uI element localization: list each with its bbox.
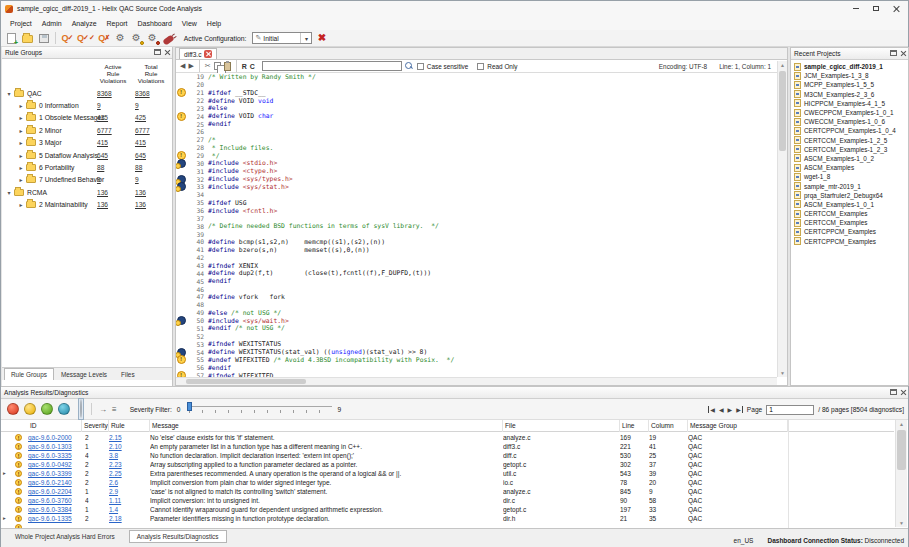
severity-yellow-button[interactable]: [24, 403, 36, 415]
recent-project-item[interactable]: ASCM_Examples-1_0_2: [791, 154, 908, 163]
float-panel-icon[interactable]: [154, 49, 161, 55]
column-header-column[interactable]: Column: [649, 420, 688, 432]
tree-row[interactable]: ▸2 Minor67776777: [2, 124, 172, 136]
active-violations-link[interactable]: 136: [97, 189, 108, 196]
maximize-button[interactable]: [866, 1, 886, 16]
forward-icon[interactable]: ▶: [188, 61, 193, 71]
save-project-button[interactable]: [37, 31, 50, 45]
menu-item-project[interactable]: Project: [5, 19, 37, 28]
rule-link[interactable]: 3.8: [109, 451, 139, 460]
tree-row[interactable]: ▾RCMA136136: [2, 186, 172, 198]
rule-link[interactable]: 2.6: [109, 478, 139, 487]
column-header-line[interactable]: Line: [620, 420, 649, 432]
chevron-right-icon[interactable]: ▸: [17, 176, 25, 183]
goto-diagnostic-icon[interactable]: →: [99, 405, 107, 414]
recent-project-item[interactable]: CERTCCM_Examples: [791, 218, 908, 227]
rule-link[interactable]: 1.11: [109, 496, 139, 505]
chevron-right-icon[interactable]: ▸: [17, 114, 25, 121]
severity-green-button[interactable]: [41, 403, 53, 415]
diagnostic-id-link[interactable]: qac-9.6.0-3399: [28, 469, 84, 478]
active-violations-link[interactable]: 88: [97, 164, 104, 171]
active-violations-link[interactable]: 136: [97, 201, 108, 208]
tree-row[interactable]: ▸1 Obsolete Messages425425: [2, 112, 172, 124]
total-violations-link[interactable]: 6777: [135, 127, 150, 134]
recent-project-item[interactable]: CERTCPPCM_Examples-1_0_4: [791, 126, 908, 135]
result-row[interactable]: qac-9.6.0-214022.6Implicit conversion fr…: [1, 478, 894, 487]
expand-icon[interactable]: ▸: [3, 469, 6, 478]
close-panel-icon[interactable]: [900, 50, 906, 56]
scroll-down-icon[interactable]: ▼: [778, 369, 787, 377]
read-only-checkbox[interactable]: [477, 63, 484, 70]
diagnostic-id-link[interactable]: qac-9.6.0-2000: [28, 433, 84, 442]
recent-project-item[interactable]: JCM_Examples-1_3_8: [791, 71, 908, 80]
refresh-icon[interactable]: C: [250, 63, 255, 70]
result-row[interactable]: qac-9.6.0-220412.9'case' is not aligned …: [1, 487, 894, 496]
analyze-file-button[interactable]: Q✓: [61, 31, 74, 45]
search-input[interactable]: [262, 61, 402, 71]
recent-project-item[interactable]: CERTCCM_Examples-1_2_5: [791, 136, 908, 145]
column-header-message[interactable]: Message: [150, 420, 503, 432]
sort-menu-icon[interactable]: ≡: [112, 405, 117, 414]
cut-icon[interactable]: ✂: [205, 61, 211, 71]
diagnostic-id-link[interactable]: qac-9.6.0-1303: [28, 442, 84, 451]
project-settings-button[interactable]: ⚙: [130, 31, 143, 45]
result-row[interactable]: qac-9.6.0-049222.23Array subscripting ap…: [1, 460, 894, 469]
active-violations-link[interactable]: 9: [97, 102, 101, 109]
slider-handle[interactable]: [187, 402, 192, 411]
recent-project-item[interactable]: CERTCCM_Examples: [791, 209, 908, 218]
chevron-right-icon[interactable]: ▸: [17, 102, 25, 109]
diagnostic-id-link[interactable]: qac-9.6.0-3335: [28, 451, 84, 460]
chevron-down-icon[interactable]: ▾: [5, 189, 13, 196]
recent-project-item[interactable]: HICPPCM_Examples-4_1_5: [791, 99, 908, 108]
rule-link[interactable]: 1.4: [109, 505, 139, 514]
diagnostic-id-link[interactable]: qac-9.6.0-2204: [28, 487, 84, 496]
new-project-button[interactable]: [5, 31, 18, 45]
scroll-down-icon[interactable]: ▼: [896, 519, 907, 527]
menu-item-view[interactable]: View: [177, 19, 202, 28]
results-vertical-scrollbar[interactable]: ▲ ▼: [895, 420, 907, 527]
column-header-rule[interactable]: Rule: [109, 420, 150, 432]
last-page-icon[interactable]: ▶: [736, 406, 743, 413]
scrollbar-thumb[interactable]: [897, 430, 906, 470]
column-header-severity[interactable]: Severity: [82, 420, 109, 432]
scrollbar-thumb[interactable]: [779, 71, 786, 151]
tree-row[interactable]: ▸7 Undefined Behavior99: [2, 174, 172, 186]
chevron-right-icon[interactable]: ▸: [17, 139, 25, 146]
chevron-right-icon[interactable]: ▸: [17, 152, 25, 159]
result-row[interactable]: ▸qac-9.6.0-339922.25Extra parentheses re…: [1, 469, 894, 478]
recent-project-item[interactable]: CERTCCM_Examples-1_2_3: [791, 145, 908, 154]
tree-row[interactable]: ▸6 Portability8888: [2, 161, 172, 173]
tab-rule-groups[interactable]: Rule Groups: [4, 368, 54, 380]
scroll-up-icon[interactable]: ▲: [896, 420, 907, 428]
recent-project-item[interactable]: sample_cgicc_diff-2019_1: [791, 62, 908, 71]
minimize-button[interactable]: [846, 1, 866, 16]
active-violations-link[interactable]: 645: [97, 152, 108, 159]
menu-item-dashboard[interactable]: Dashboard: [133, 19, 177, 28]
case-sensitive-checkbox[interactable]: [417, 63, 424, 70]
code-area[interactable]: 19/* Written by Randy Smith */2021#ifdef…: [176, 73, 777, 377]
diagnostic-id-link[interactable]: qac-9.6.0-2140: [28, 478, 84, 487]
float-panel-icon[interactable]: [890, 389, 897, 395]
diagnostic-id-link[interactable]: qac-9.6.0-3760: [28, 496, 84, 505]
active-violations-link[interactable]: 8368: [97, 90, 112, 97]
scroll-up-icon[interactable]: ▲: [778, 61, 787, 69]
recent-project-item[interactable]: CWECCM_Examples-1_0_6: [791, 117, 908, 126]
recent-project-item[interactable]: sample_mtr-2019_1: [791, 181, 908, 190]
rule-link[interactable]: 2.10: [109, 442, 139, 451]
active-violations-link[interactable]: 9: [97, 176, 101, 183]
active-violations-link[interactable]: 425: [97, 114, 108, 121]
tab-message-levels[interactable]: Message Levels: [54, 368, 114, 380]
severity-red-button[interactable]: [7, 403, 19, 415]
status-tab-whole-project-analysis-hard-errors[interactable]: Whole Project Analysis Hard Errors: [7, 530, 123, 543]
severity-teal-button[interactable]: [58, 403, 70, 415]
editor-horizontal-scrollbar[interactable]: [176, 377, 777, 385]
tree-row[interactable]: ▸5 Dataflow Analysis645645: [2, 149, 172, 161]
recent-project-item[interactable]: CERTCPPCM_Examples: [791, 227, 908, 236]
result-row[interactable]: qac-9.6.0-130312.10An empty parameter li…: [1, 442, 894, 451]
back-icon[interactable]: ◀: [180, 61, 185, 71]
result-row[interactable]: qac-9.6.0-200022.15No 'else' clause exis…: [1, 433, 894, 442]
total-violations-link[interactable]: 9: [135, 176, 139, 183]
recent-project-item[interactable]: wget-1_8: [791, 172, 908, 181]
recent-project-item[interactable]: ASCM_Examples-1_0_1: [791, 200, 908, 209]
menu-item-report[interactable]: Report: [102, 19, 133, 28]
